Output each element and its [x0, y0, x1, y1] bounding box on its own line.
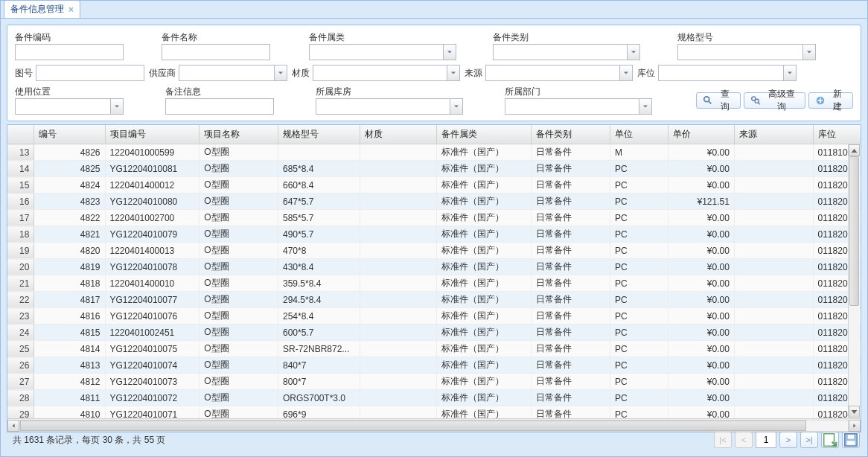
filter-combo-row2-3[interactable] [485, 65, 619, 81]
table-row[interactable]: 264813YG12204010074O型圈840*7标准件（国产）日常备件PC… [7, 357, 861, 374]
vscroll-thumb[interactable] [849, 156, 859, 306]
cell: 840*7 [278, 357, 360, 374]
col-header[interactable]: 材质 [360, 125, 437, 144]
cell: 4813 [34, 357, 105, 374]
col-header[interactable]: 项目名称 [200, 125, 278, 144]
cell: PC [610, 341, 668, 357]
row-number: 26 [7, 357, 34, 374]
combo-trigger-icon[interactable] [443, 44, 456, 60]
table-row[interactable]: 274812YG12204010073O型圈800*7标准件（国产）日常备件PC… [7, 374, 861, 390]
filter-combo-row3-2[interactable] [316, 98, 450, 115]
save-layout-icon[interactable] [842, 432, 860, 448]
cell: ¥0.00 [668, 308, 735, 325]
filter-label-row1-0: 备件编码 [15, 32, 54, 42]
col-header[interactable]: 备件属类 [437, 125, 532, 144]
table-row[interactable]: 234816YG12204010076O型圈254*8.4标准件（国产）日常备件… [7, 308, 861, 325]
filter-label-row1-3: 备件类别 [493, 32, 532, 42]
filter-input-row1-0[interactable] [15, 44, 124, 60]
vertical-scrollbar[interactable] [848, 144, 860, 418]
table-row[interactable]: 164823YG12204010080O型圈647*5.7标准件（国产）日常备件… [7, 194, 861, 210]
combo-trigger-icon[interactable] [627, 44, 640, 60]
col-header[interactable]: 项目编号 [105, 125, 200, 144]
filter-combo-row2-1[interactable] [179, 65, 274, 81]
col-header[interactable]: 单价 [668, 125, 735, 144]
page-number-input[interactable] [756, 432, 776, 448]
table-row[interactable]: 204819YG12204010078O型圈430*8.4标准件（国产）日常备件… [7, 259, 861, 275]
filter-combo-row1-4[interactable] [677, 44, 802, 60]
combo-trigger-icon[interactable] [447, 65, 460, 81]
cell: O型圈 [200, 226, 278, 243]
table-row[interactable]: 2448151220401002451O型圈600*5.7标准件（国产）日常备件… [7, 325, 861, 341]
cell: 标准件（国产） [437, 406, 532, 419]
cell: O型圈 [200, 308, 278, 325]
combo-trigger-icon[interactable] [450, 98, 463, 115]
page-last-button[interactable]: >| [800, 432, 818, 448]
table-row[interactable]: 2148181220401400010O型圈359.5*8.4标准件（国产）日常… [7, 275, 861, 292]
filter-row-1: 备件编码备件名称备件属类备件类别规格型号 [15, 31, 853, 60]
page-prev-button[interactable]: < [735, 432, 753, 448]
tab-close-icon[interactable]: × [68, 4, 74, 15]
table-row[interactable]: 1948201220401400013O型圈470*8标准件（国产）日常备件PC… [7, 243, 861, 259]
cell: YG12204010079 [105, 226, 200, 243]
new-button[interactable]: 新建 [808, 92, 853, 109]
export-excel-icon[interactable] [821, 432, 839, 448]
page-next-button[interactable]: > [779, 432, 797, 448]
footer-bar: 共 1631 条记录，每页 30 条，共 55 页 |< < > >| [1, 424, 867, 456]
cell [734, 243, 813, 259]
scroll-up-icon[interactable] [849, 144, 860, 156]
combo-trigger-icon[interactable] [802, 44, 816, 60]
tab-active[interactable]: 备件信息管理 × [4, 0, 80, 18]
filter-input-row1-1[interactable] [162, 44, 270, 60]
scroll-down-icon[interactable] [849, 406, 860, 418]
table-row[interactable]: 1748221220401002700O型圈585*5.7标准件（国产）日常备件… [7, 210, 861, 226]
filter-combo-row3-0[interactable] [15, 98, 110, 115]
advanced-search-button[interactable]: 高级查询 [744, 92, 805, 109]
cell: 标准件（国产） [437, 243, 532, 259]
svg-point-0 [704, 96, 709, 101]
filter-combo-row2-2[interactable] [313, 65, 447, 81]
cell: 470*8 [278, 243, 360, 259]
combo-trigger-icon[interactable] [274, 65, 287, 81]
row-number: 21 [7, 275, 34, 292]
cell: 标准件（国产） [437, 177, 532, 194]
col-header[interactable]: 库位 [813, 125, 861, 144]
table-row[interactable]: 144825YG12204010081O型圈685*8.4标准件（国产）日常备件… [7, 161, 861, 177]
page-first-button[interactable]: |< [714, 432, 732, 448]
table-row[interactable]: 1348261220401000599O型圈标准件（国产）日常备件M¥0.000… [7, 144, 861, 161]
col-header[interactable]: 来源 [734, 125, 813, 144]
cell: ¥0.00 [668, 357, 735, 374]
combo-trigger-icon[interactable] [639, 98, 652, 115]
cell: 1220401002451 [105, 325, 200, 341]
cell: ¥0.00 [668, 259, 735, 275]
cell: O型圈 [200, 390, 278, 406]
filter-input-row2-0[interactable] [36, 65, 144, 81]
cell: 日常备件 [532, 275, 610, 292]
filter-input-row3-1[interactable] [165, 98, 274, 115]
filter-combo-row3-3[interactable] [505, 98, 639, 115]
filter-combo-row2-4[interactable] [658, 65, 783, 81]
col-header[interactable]: 备件类别 [532, 125, 610, 144]
table-row[interactable]: 224817YG12204010077O型圈294.5*8.4标准件（国产）日常… [7, 292, 861, 308]
cell: 4810 [34, 406, 105, 419]
cell: ¥0.00 [668, 341, 735, 357]
combo-trigger-icon[interactable] [783, 65, 797, 81]
cell: 4812 [34, 374, 105, 390]
vscroll-track[interactable] [849, 156, 860, 406]
table-row[interactable]: 1548241220401400012O型圈660*8.4标准件（国产）日常备件… [7, 177, 861, 194]
filter-combo-row1-3[interactable] [493, 44, 627, 60]
col-header[interactable]: 编号 [34, 125, 105, 144]
col-header[interactable]: 规格型号 [278, 125, 360, 144]
combo-trigger-icon[interactable] [110, 98, 124, 115]
table-row[interactable]: 294810YG12204010071O型圈696*9标准件（国产）日常备件PC… [7, 406, 861, 419]
grid-scroll[interactable]: 编号项目编号项目名称规格型号材质备件属类备件类别单位单价来源库位值 134826… [7, 125, 861, 418]
combo-trigger-icon[interactable] [619, 65, 633, 81]
filter-label-row2-1: 供应商 [149, 68, 179, 78]
table-row[interactable]: 184821YG12204010079O型圈490*5.7标准件（国产）日常备件… [7, 226, 861, 243]
search-button[interactable]: 查询 [696, 92, 741, 109]
col-header[interactable]: 单位 [610, 125, 668, 144]
filter-combo-row1-2[interactable] [309, 44, 443, 60]
cell: 标准件（国产） [437, 144, 532, 161]
table-row[interactable]: 254814YG12204010075O型圈SR-72NBR872...标准件（… [7, 341, 861, 357]
cell [734, 374, 813, 390]
table-row[interactable]: 284811YG12204010072O型圈ORGS700T*3.0标准件（国产… [7, 390, 861, 406]
